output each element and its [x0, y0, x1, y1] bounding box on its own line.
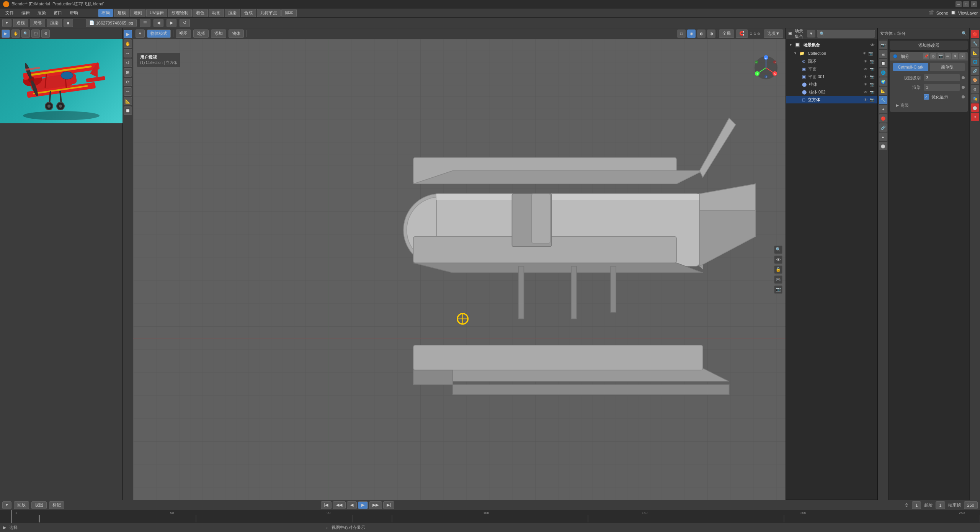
- cursor-tool[interactable]: ▶: [124, 30, 132, 38]
- close-button[interactable]: ×: [971, 1, 977, 7]
- props-world-icon[interactable]: 🌍: [879, 77, 887, 86]
- frame-btn[interactable]: ⬚: [31, 29, 40, 38]
- minimize-button[interactable]: ─: [956, 1, 962, 7]
- workspace-modeling[interactable]: 建模: [114, 9, 129, 17]
- start-frame-field[interactable]: 1: [936, 501, 945, 509]
- props-constraints-icon[interactable]: 🔗: [879, 123, 887, 132]
- select-tool-btn[interactable]: ▶: [2, 29, 10, 38]
- maximize-button[interactable]: □: [963, 1, 969, 7]
- outliner-obj-huanhuang[interactable]: ⊙ 圆环 👁 📷: [786, 57, 877, 65]
- workspace-scripting[interactable]: 脚本: [281, 9, 297, 17]
- view-btn[interactable]: 视图: [31, 501, 47, 509]
- props-data-icon[interactable]: ▲: [879, 133, 887, 141]
- vp-lock-camera[interactable]: 🔒: [774, 265, 782, 274]
- material-toggle-btn[interactable]: ■: [64, 19, 73, 27]
- viewport-editor-type[interactable]: ▾: [136, 29, 145, 38]
- advanced-row[interactable]: ▶ 高级: [893, 101, 965, 110]
- nav-gizmo[interactable]: Z X Y -Z -X: [753, 54, 779, 81]
- props-particles-icon[interactable]: ✦: [879, 105, 887, 113]
- outliner-obj-plane001[interactable]: ▣ 平面.001 👁 📷: [786, 73, 877, 80]
- workspace-rendering[interactable]: 渲染: [225, 9, 240, 17]
- step-back-btn[interactable]: ◀: [347, 501, 357, 509]
- shading-wireframe-btn[interactable]: □: [677, 29, 686, 38]
- browse-file-btn[interactable]: ☰: [140, 19, 150, 27]
- fr-tool8[interactable]: 🎭: [971, 94, 979, 103]
- overlays-btn[interactable]: 选项▼: [764, 29, 783, 38]
- scale-tool[interactable]: ⊞: [124, 68, 132, 77]
- props-output-icon[interactable]: 🖨: [879, 50, 887, 58]
- fr-tool7[interactable]: ⚙: [971, 85, 979, 93]
- annotate-tool[interactable]: ✏: [124, 87, 132, 96]
- file-nav-prev[interactable]: ◀: [154, 19, 163, 27]
- mod-close-btn[interactable]: ×: [959, 53, 965, 59]
- modifier-toggle-btn[interactable]: 🔵: [892, 54, 898, 59]
- mod-render-btn[interactable]: 📷: [938, 53, 944, 59]
- file-nav-next[interactable]: ▶: [167, 19, 176, 27]
- fr-tool10[interactable]: ✦: [971, 113, 979, 121]
- snap-btn[interactable]: 🧲: [736, 29, 748, 38]
- props-modifier-icon-btn[interactable]: 🔧: [879, 96, 887, 104]
- file-reload-btn[interactable]: ↺: [180, 19, 190, 27]
- fr-tool3[interactable]: 📐: [971, 48, 979, 57]
- viewport-select-menu[interactable]: 选择: [193, 29, 209, 38]
- vp-fly-mode[interactable]: 🎮: [774, 275, 782, 284]
- menu-file[interactable]: 文件: [2, 9, 17, 16]
- jump-end-btn[interactable]: ▶|: [383, 501, 394, 509]
- current-frame-field[interactable]: 1: [912, 501, 921, 509]
- mod-pin-btn[interactable]: 📌: [923, 53, 929, 59]
- marker-btn[interactable]: 标记: [49, 501, 64, 509]
- props-material-icon[interactable]: ⬤: [879, 142, 887, 150]
- add-tool[interactable]: 🔲: [124, 106, 132, 115]
- editor-type-btn[interactable]: ▾: [2, 19, 11, 27]
- simple-type-btn[interactable]: 简单型: [930, 63, 965, 71]
- viewport-view-menu[interactable]: 视图: [176, 29, 191, 38]
- fr-tool2[interactable]: 🔧: [971, 39, 979, 47]
- viewport-add-menu[interactable]: 添加: [211, 29, 226, 38]
- jump-start-btn[interactable]: |◀: [321, 501, 332, 509]
- mod-edit-btn[interactable]: ✏: [945, 53, 951, 59]
- props-search-btn[interactable]: 🔍: [962, 31, 967, 36]
- workspace-layout[interactable]: 布局: [98, 9, 113, 17]
- settings-btn[interactable]: ⚙: [41, 29, 50, 38]
- scene-collection-item[interactable]: ▼ 🔲 场景集合 👁: [786, 41, 877, 49]
- play-reverse-btn[interactable]: ◀◀: [333, 501, 346, 509]
- add-modifier-btn[interactable]: 添加修改器: [890, 41, 968, 50]
- shading-material-btn[interactable]: ◐: [697, 29, 706, 38]
- outliner-filter-btn[interactable]: ▼: [807, 30, 815, 38]
- play-btn[interactable]: ▶: [358, 501, 368, 509]
- transform-tool[interactable]: ⟳: [124, 78, 132, 86]
- props-scene-icon[interactable]: 🌐: [879, 68, 887, 77]
- view-mode-btn[interactable]: 透视: [13, 19, 28, 27]
- props-object-icon[interactable]: 📐: [879, 87, 887, 95]
- local-mode-btn[interactable]: 局部: [30, 19, 45, 27]
- pan-tool-btn[interactable]: ✋: [11, 29, 20, 38]
- timeline-track[interactable]: 1 50 90 100 150 200 250: [0, 510, 980, 523]
- outliner-search[interactable]: [817, 30, 875, 38]
- pan-tool[interactable]: ✋: [124, 39, 132, 48]
- workspace-sculpt[interactable]: 雕刻: [130, 9, 145, 17]
- global-local-btn[interactable]: 全局: [719, 29, 734, 38]
- outliner-obj-cylinder002[interactable]: ⬤ 柱体.002 👁 📷: [786, 88, 877, 96]
- menu-render[interactable]: 渲染: [34, 9, 49, 16]
- shading-rendered-btn[interactable]: ◑: [707, 29, 715, 38]
- viewport-object-menu[interactable]: 物体: [229, 29, 244, 38]
- fr-render-btn[interactable]: 🔴: [971, 30, 979, 38]
- vp-vr-mode[interactable]: 📷: [774, 285, 782, 294]
- step-fwd-btn[interactable]: ▶▶: [369, 501, 382, 509]
- workspace-shading[interactable]: 着色: [193, 9, 208, 17]
- fr-tool4[interactable]: 🌐: [971, 57, 979, 66]
- workspace-compositing[interactable]: 合成: [241, 9, 256, 17]
- outliner-obj-cube[interactable]: ◻ 立方体 👁 📷: [786, 96, 877, 103]
- workspace-animation[interactable]: 动画: [209, 9, 224, 17]
- fr-tool6[interactable]: 🎨: [971, 76, 979, 84]
- viewport-levels-value[interactable]: 3: [924, 74, 960, 81]
- move-tool[interactable]: ↔: [124, 49, 132, 57]
- measure-tool[interactable]: 📐: [124, 97, 132, 105]
- fr-tool9[interactable]: ⬤: [971, 103, 979, 112]
- fr-tool5[interactable]: 🔗: [971, 67, 979, 75]
- optimize-display-checkbox[interactable]: ✓: [924, 94, 929, 100]
- vp-toggle-nav[interactable]: 🔍: [774, 246, 782, 254]
- outliner-obj-cylinder[interactable]: ⬤ 柱体 👁 📷: [786, 80, 877, 88]
- props-render-icon[interactable]: 📷: [879, 41, 887, 49]
- end-frame-field[interactable]: 250: [964, 501, 978, 509]
